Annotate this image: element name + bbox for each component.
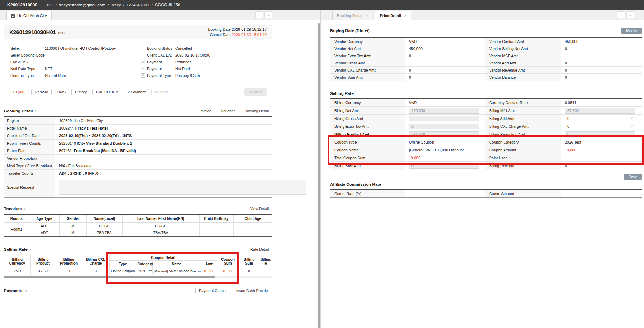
guest-names: CGGC 외 1명 — [155, 2, 180, 8]
input-wrap — [409, 124, 479, 129]
field-value: 0 — [409, 75, 411, 79]
scrollbar-thumb[interactable] — [318, 23, 320, 328]
amount-input[interactable] — [565, 124, 635, 129]
booking-detail-button[interactable]: Booking Detail — [241, 108, 272, 114]
action-button[interactable]: History — [71, 89, 90, 95]
table-row: Vendor Net Amt450,000Vendor Selling Net … — [330, 45, 642, 52]
table-row: Billing CurrencyVNDCurrency Convert Rate… — [330, 99, 642, 107]
field-label-text: Comm Rate (%) — [334, 192, 361, 196]
collapse-icon[interactable]: ∧ — [29, 248, 32, 251]
field-label-text: Coupon Name — [334, 148, 359, 152]
action-button[interactable]: 1:1 (0/0) — [9, 89, 29, 95]
field-value-cell: ✕ — [561, 115, 642, 122]
selling-rate-right-wrap: Billing CurrencyVNDCurrency Convert Rate… — [330, 98, 644, 170]
payment-cancel-button[interactable]: Payment Cancel — [195, 288, 230, 294]
prev-button[interactable]: ‹ — [255, 11, 263, 18]
header-row: RoomsAge TypeGenderName(Local)Last Name … — [4, 215, 272, 222]
amount-input[interactable] — [409, 163, 479, 169]
table-row: Hotel Name1009244 | Tracy's Test Hotel — [4, 125, 272, 132]
invoice-button[interactable]: Invoice — [196, 108, 215, 114]
voucher-button[interactable]: Voucher — [218, 108, 239, 114]
issue-cash-receipt-button[interactable]: Issue Cash Receipt — [233, 288, 272, 294]
name-en-cell: TBA/TBA — [122, 230, 199, 237]
right-pager: ‹ › — [617, 11, 634, 18]
selling-rate-section-header: Selling Rate ∧ Rate Detail — [4, 246, 272, 252]
modify-button[interactable]: Modify — [621, 28, 642, 34]
action-button[interactable]: Remark — [31, 89, 52, 95]
scrollbar-thumb[interactable] — [4, 276, 215, 278]
table-row: Region102529 | Ho Chi Minh City — [4, 117, 272, 125]
field-label-text: Billing Sum Amt — [334, 164, 361, 168]
action-button[interactable]: Resend — [151, 89, 171, 95]
booking-header-card: K26012910030H01 B2C Booking Date 2026-01… — [4, 25, 272, 96]
field-value: 0 — [565, 61, 567, 65]
collapse-icon[interactable]: ∧ — [35, 110, 37, 113]
table-row: Vendor Promotion — [4, 155, 272, 162]
header-row: Billing CurrencyBilling ProductBilling P… — [4, 255, 272, 260]
field-label: Billing Gross Amt — [330, 115, 405, 122]
clear-icon[interactable]: ✕ — [630, 125, 633, 128]
customer-name-link[interactable]: Tracy — [111, 3, 121, 7]
customer-phone-link[interactable]: 1234567891 — [127, 3, 149, 7]
field-value-cell — [561, 154, 642, 161]
table-head: Billing CurrencyBilling ProductBilling P… — [4, 255, 272, 268]
tab-label: Price Detail — [380, 14, 401, 18]
top-bar: K26012910030 B2C / tracytestomh@gmail.co… — [0, 0, 644, 10]
field-label-text[interactable]: Billing Product Amt — [334, 132, 369, 136]
booking-date-label: Booking Date — [208, 27, 231, 32]
field-label: Billing Currency — [330, 99, 405, 106]
field-value: 1009244 | Tracy's Test Hotel — [55, 125, 272, 132]
column-header: Billing Promotion — [56, 255, 82, 268]
coupon-detail-group-header: Coupon Detail — [109, 255, 217, 260]
action-button[interactable]: CXL POLICY — [92, 89, 121, 95]
amount-input[interactable] — [409, 124, 479, 129]
amount-input[interactable] — [409, 131, 479, 137]
table-row: Room Plan807461 | Free Breakfast (Meal N… — [4, 147, 272, 155]
field-label: Vendor Sum Amt — [330, 74, 405, 81]
amount-input[interactable] — [565, 116, 635, 121]
table-row: Comm Rate (%)Comm Amount — [330, 190, 642, 197]
coupon-category-cell: 2026 Test — [137, 268, 152, 275]
tab-booking-detail[interactable]: Booking Detail × — [332, 11, 372, 20]
left-pager: ‹ › — [255, 11, 272, 18]
vertical-scrollbar[interactable] — [318, 23, 320, 328]
table-row: Check in / Out Date2026-02-19(Thu) ~ 202… — [4, 132, 272, 140]
save-button[interactable]: Save — [624, 174, 642, 180]
view-detail-button[interactable]: View Detail — [247, 206, 272, 212]
collapse-icon[interactable]: ∧ — [24, 207, 26, 211]
action-button-label: UMS — [57, 90, 66, 94]
horizontal-scrollbar[interactable] — [4, 276, 272, 278]
amount-input[interactable] — [565, 108, 635, 114]
amount-input[interactable] — [409, 116, 479, 121]
close-icon[interactable]: × — [404, 14, 406, 18]
action-button[interactable]: V.Payment — [124, 89, 149, 95]
tab-ho-chi-minh-city[interactable]: Ho Chi Minh City — [6, 11, 52, 20]
cancel-button[interactable]: Cancel — [244, 88, 267, 96]
next-button[interactable]: › — [626, 11, 634, 18]
field-label: Point Used — [485, 154, 561, 161]
action-button[interactable]: UMS — [54, 89, 69, 95]
age-type-cell: ADT — [29, 230, 59, 237]
field-label-text: Vendor Selling Net Amt — [489, 47, 528, 51]
field-value-cell — [405, 59, 485, 66]
customer-email-link[interactable]: tracytestomh@gmail.com — [59, 3, 105, 7]
value-bold-text: City View Standard Double x 1 — [78, 141, 132, 145]
tab-price-detail[interactable]: Price Detail × — [375, 11, 411, 20]
close-icon[interactable]: × — [365, 14, 367, 18]
affiliate-title: Affiliate Commission Rate — [330, 182, 381, 187]
field-value: Not Paid — [175, 67, 190, 71]
collapse-icon[interactable]: ∧ — [25, 289, 27, 293]
room-cell: Room1 — [4, 222, 29, 237]
field-label-text: Vendor Currency — [334, 39, 363, 44]
amount-input[interactable] — [565, 131, 635, 137]
special-request-textarea[interactable] — [59, 180, 306, 195]
field-label: Billing Sum Amt — [330, 162, 405, 170]
travelers-table-container: RoomsAge TypeGenderName(Local)Last Name … — [0, 214, 320, 237]
amount-input[interactable] — [409, 108, 479, 114]
hotel-name-link[interactable]: Tracy's Test Hotel — [76, 126, 108, 130]
next-button[interactable]: › — [264, 11, 272, 18]
rate-detail-button[interactable]: Rate Detail — [247, 246, 272, 252]
field-label-text: Comm Amount — [489, 192, 514, 196]
clear-icon[interactable]: ✕ — [630, 117, 633, 120]
prev-button[interactable]: ‹ — [617, 11, 625, 18]
